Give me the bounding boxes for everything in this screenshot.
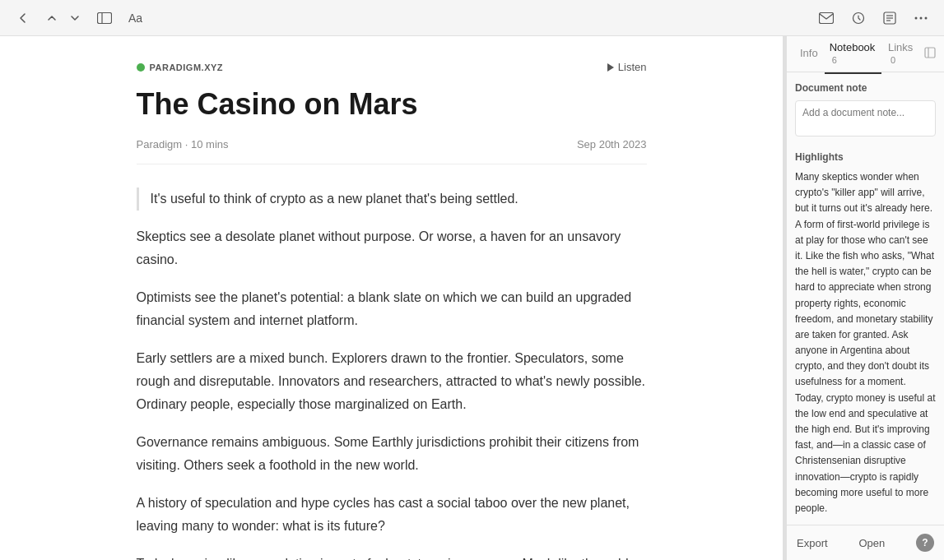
toolbar-left: Aa <box>12 8 147 28</box>
source-bar: PARADIGM.XYZ Listen <box>137 61 647 73</box>
article-paragraph-2: Optimists see the planet's potential: a … <box>137 286 647 332</box>
tab-links[interactable]: Links 0 <box>883 36 923 74</box>
panel-tabs: Info Notebook 6 Links 0 <box>787 36 944 72</box>
play-icon <box>607 63 614 72</box>
tab-notebook-label: Notebook <box>830 41 876 53</box>
back-button[interactable] <box>12 8 35 28</box>
more-button[interactable] <box>909 13 932 23</box>
tab-notebook-badge: 6 <box>832 55 837 65</box>
toolbar: Aa <box>0 0 944 36</box>
toolbar-right <box>814 8 932 28</box>
article-meta: Paradigm · 10 mins Sep 20th 2023 <box>137 138 647 164</box>
tab-info[interactable]: Info <box>795 40 823 67</box>
tag-button[interactable] <box>878 8 901 28</box>
article-paragraph-6: Today's casino-like speculation is part … <box>137 553 647 560</box>
font-button[interactable]: Aa <box>123 8 147 28</box>
meta-separator: · <box>185 138 191 150</box>
help-button[interactable]: ? <box>916 534 934 552</box>
tab-notebook[interactable]: Notebook 6 <box>825 36 881 74</box>
source-label: PARADIGM.XYZ <box>137 62 224 72</box>
highlights-label: Highlights <box>795 151 936 163</box>
document-note-label: Document note <box>795 82 936 94</box>
right-panel: Info Notebook 6 Links 0 Document note <box>786 36 944 560</box>
tab-info-label: Info <box>800 47 818 59</box>
highlight-0: Many skeptics wonder when crypto's "kill… <box>795 169 936 516</box>
listen-label: Listen <box>618 61 647 73</box>
nav-arrows <box>41 9 86 27</box>
article-title: The Casino on Mars <box>137 86 647 122</box>
panel-footer: Export Open ? <box>787 525 944 560</box>
meta-left: Paradigm · 10 mins <box>137 138 229 150</box>
article-area: PARADIGM.XYZ Listen The Casino on Mars P… <box>0 36 783 560</box>
article-paragraph-0: It's useful to think of crypto as a new … <box>137 187 647 211</box>
article-paragraph-1: Skeptics see a desolate planet without p… <box>137 225 647 271</box>
article-paragraph-4: Governance remains ambiguous. Some Earth… <box>137 431 647 477</box>
sidebar-toggle-button[interactable] <box>92 9 117 27</box>
mail-button[interactable] <box>814 9 839 27</box>
svg-rect-2 <box>820 12 834 23</box>
listen-button[interactable]: Listen <box>607 61 647 73</box>
source-dot-icon <box>137 63 145 72</box>
export-button[interactable]: Export <box>797 537 828 549</box>
tab-links-label: Links <box>888 41 913 53</box>
panel-content: Document note Highlights Many skeptics w… <box>787 72 944 525</box>
svg-rect-0 <box>98 12 112 23</box>
svg-point-10 <box>925 16 928 19</box>
article-body: It's useful to think of crypto as a new … <box>137 187 647 560</box>
main-layout: PARADIGM.XYZ Listen The Casino on Mars P… <box>0 36 944 560</box>
nav-down-button[interactable] <box>64 9 86 27</box>
article-paragraph-3: Early settlers are a mixed bunch. Explor… <box>137 347 647 416</box>
meta-read-time: 10 mins <box>191 138 229 150</box>
document-note-input[interactable] <box>795 100 936 137</box>
panel-expand-button[interactable] <box>924 47 936 62</box>
tab-links-badge: 0 <box>891 55 895 65</box>
article-content: PARADIGM.XYZ Listen The Casino on Mars P… <box>104 36 680 560</box>
open-button[interactable]: Open <box>858 537 885 549</box>
source-name: PARADIGM.XYZ <box>150 62 224 72</box>
svg-rect-11 <box>925 48 935 58</box>
history-button[interactable] <box>847 8 870 28</box>
article-paragraph-5: A history of speculation and hype cycles… <box>137 492 647 538</box>
svg-point-9 <box>920 16 923 19</box>
meta-date: Sep 20th 2023 <box>577 138 647 150</box>
nav-up-button[interactable] <box>41 9 63 27</box>
svg-point-8 <box>915 16 918 19</box>
meta-author: Paradigm <box>137 138 183 150</box>
